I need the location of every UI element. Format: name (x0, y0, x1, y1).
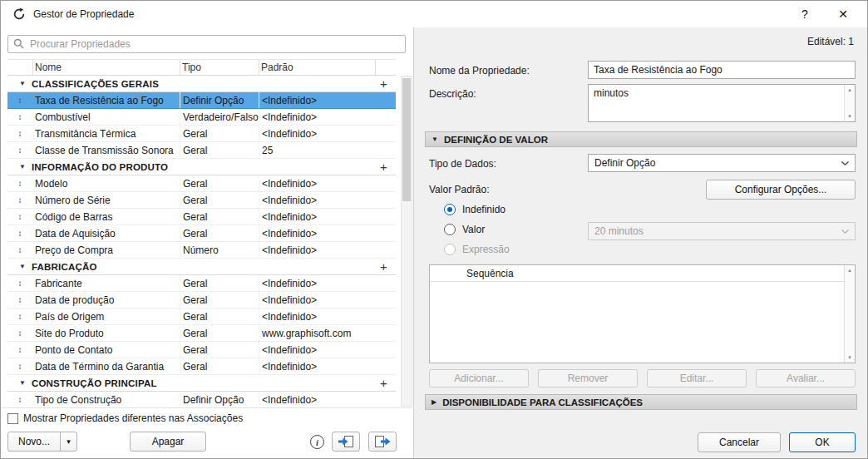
property-default-cell: <Indefinido> (259, 126, 375, 141)
row-drag-handle-icon[interactable]: ↕ (7, 225, 32, 241)
show-differences-checkbox-row: Mostrar Propriedades diferentes nas Asso… (7, 412, 243, 425)
group-header-row[interactable]: ▼CONSTRUÇÃO PRINCIPAL+ (7, 375, 396, 392)
property-row[interactable]: ↕CombustívelVerdadeiro/Falso<Indefinido> (7, 109, 396, 126)
row-drag-handle-icon[interactable]: ↕ (7, 392, 32, 407)
row-drag-handle-icon[interactable]: ↕ (7, 175, 32, 191)
group-expand-icon[interactable]: ▼ (19, 80, 26, 87)
show-differences-checkbox[interactable] (7, 413, 18, 424)
add-property-icon[interactable]: + (373, 76, 394, 91)
row-drag-handle-icon[interactable]: ↕ (7, 142, 32, 158)
property-manager-dialog: Gestor de Propriedade ? ✕ Nome Tipo Padr… (0, 0, 868, 459)
search-input[interactable] (7, 35, 406, 53)
property-name-cell: Código de Barras (32, 209, 180, 225)
value-definition-section-header[interactable]: ▼ DEFINIÇÃO DE VALOR (425, 131, 857, 147)
value-select-value: 20 minutos (594, 225, 644, 237)
row-drag-handle-icon[interactable]: ↕ (7, 242, 32, 258)
group-expand-icon[interactable]: ▼ (19, 263, 26, 270)
row-drag-handle-icon[interactable]: ↕ (7, 209, 32, 225)
row-drag-handle-icon[interactable]: ↕ (7, 92, 32, 108)
property-row[interactable]: ↕Site do ProdutoGeralwww.graphisoft.com (7, 325, 396, 342)
property-default-cell: 25 (259, 142, 375, 158)
apagar-button[interactable]: Apagar (130, 432, 206, 452)
row-spacer-cell (375, 109, 396, 125)
novo-dropdown-button[interactable]: ▾ (60, 432, 77, 452)
property-type-cell: Geral (180, 325, 259, 341)
property-row[interactable]: ↕Código de BarrasGeral<Indefinido> (7, 209, 396, 225)
property-row[interactable]: ↕Tipo de ConstruçãoDefinir Opção<Indefin… (7, 392, 396, 407)
property-row[interactable]: ↕País de OrigemGeral<Indefinido> (7, 308, 396, 325)
property-row[interactable]: ↕FabricanteGeral<Indefinido> (7, 275, 396, 292)
add-property-icon[interactable]: + (373, 259, 394, 274)
group-expand-icon[interactable]: ▼ (19, 379, 26, 387)
column-header-nome: Nome (32, 60, 180, 75)
export-properties-button[interactable] (368, 432, 397, 452)
scroll-down-icon[interactable]: ▼ (845, 355, 855, 360)
row-drag-handle-icon[interactable]: ↕ (7, 126, 32, 141)
property-row[interactable]: ↕Data de AquisiçãoGeral<Indefinido> (7, 225, 396, 242)
row-drag-handle-icon[interactable]: ↕ (7, 342, 32, 358)
property-row[interactable]: ↕Ponto de ContatoGeral<Indefinido> (7, 342, 396, 358)
property-row[interactable]: ↕Número de SérieGeral<Indefinido> (7, 192, 396, 209)
separator (1, 407, 414, 408)
radio-valor[interactable]: Valor (444, 220, 510, 239)
row-drag-handle-icon[interactable]: ↕ (7, 109, 32, 125)
property-name-cell: Taxa de Resistência ao Fogo (32, 92, 180, 108)
group-expand-icon[interactable]: ▼ (19, 163, 26, 170)
description-textarea[interactable]: minutos ▲ ▼ (588, 84, 856, 122)
group-header-row[interactable]: ▼CLASSIFICAÇÕES GERAIS+ (7, 76, 396, 92)
row-drag-handle-icon[interactable]: ↕ (7, 292, 32, 308)
search-box (7, 35, 406, 53)
group-label: FABRICAÇÃO (32, 262, 97, 272)
property-row[interactable]: ↕Data de Término da GarantiaGeral<Indefi… (7, 358, 396, 375)
property-row[interactable]: ↕ModeloGeral<Indefinido> (7, 175, 396, 192)
property-row[interactable]: ↕Preço de CompraNúmero<Indefinido> (7, 242, 396, 259)
property-row[interactable]: ↕Classe de Transmissão SonoraGeral25 (7, 142, 396, 159)
property-row[interactable]: ↕Taxa de Resistência ao FogoDefinir Opçã… (7, 92, 396, 109)
option-action-buttons: Adicionar... Remover Editar... Avaliar..… (429, 369, 856, 387)
column-header-tipo: Tipo (180, 60, 259, 75)
add-property-icon[interactable]: + (373, 160, 394, 174)
property-name-input[interactable] (588, 61, 856, 79)
property-row[interactable]: ↕Data de produçãoGeral<Indefinido> (7, 292, 396, 308)
property-name-cell: Número de Série (32, 192, 180, 208)
property-type-cell: Geral (180, 192, 259, 208)
row-drag-handle-icon[interactable]: ↕ (7, 325, 32, 341)
row-spacer-cell (375, 275, 396, 291)
row-drag-handle-icon[interactable]: ↕ (7, 275, 32, 291)
remover-button: Remover (538, 369, 638, 387)
actions-column-header (375, 60, 396, 75)
row-drag-handle-icon[interactable]: ↕ (7, 358, 32, 374)
group-header-row[interactable]: ▼FABRICAÇÃO+ (7, 259, 396, 275)
configure-options-button[interactable]: Configurar Opções... (706, 180, 856, 200)
property-type-cell: Verdadeiro/Falso (180, 109, 259, 125)
row-drag-handle-icon[interactable]: ↕ (7, 308, 32, 324)
scroll-up-icon[interactable]: ▲ (845, 87, 855, 92)
add-property-icon[interactable]: + (373, 376, 394, 390)
close-button[interactable]: ✕ (831, 1, 856, 27)
group-header-row[interactable]: ▼INFORMAÇÃO DO PRODUTO+ (7, 159, 396, 175)
description-scrollbar[interactable]: ▲ ▼ (844, 85, 855, 121)
list-scrollbar[interactable] (401, 76, 412, 407)
scrollbar-thumb[interactable] (402, 78, 411, 201)
row-drag-handle-icon[interactable]: ↕ (7, 192, 32, 208)
help-button[interactable]: ? (792, 1, 817, 27)
cancel-button[interactable]: Cancelar (698, 432, 781, 452)
option-set-list[interactable]: Sequência ▲ ▼ (429, 264, 856, 363)
property-row[interactable]: ↕Transmitância TérmicaGeral<Indefinido> (7, 126, 396, 142)
info-icon[interactable]: i (310, 435, 324, 449)
novo-button[interactable]: Novo... (7, 432, 61, 452)
scroll-up-icon[interactable]: ▲ (845, 268, 855, 273)
property-name-cell: Transmitância Térmica (32, 126, 180, 141)
radio-indefinido[interactable]: Indefinido (444, 200, 510, 220)
row-spacer-cell (375, 142, 396, 158)
availability-section-header[interactable]: ▶ DISPONIBILIDADE PARA CLASSIFICAÇÕES (425, 394, 857, 410)
row-spacer-cell (375, 308, 396, 324)
adicionar-button: Adicionar... (429, 369, 529, 387)
ok-button[interactable]: OK (789, 432, 856, 452)
option-list-scrollbar[interactable]: ▲ ▼ (844, 265, 855, 363)
data-type-select[interactable]: Definir Opção (588, 154, 856, 172)
avaliar-button: Avaliar... (756, 369, 856, 387)
import-properties-button[interactable] (332, 432, 360, 452)
scroll-down-icon[interactable]: ▼ (845, 114, 855, 119)
property-default-cell: <Indefinido> (259, 209, 375, 225)
